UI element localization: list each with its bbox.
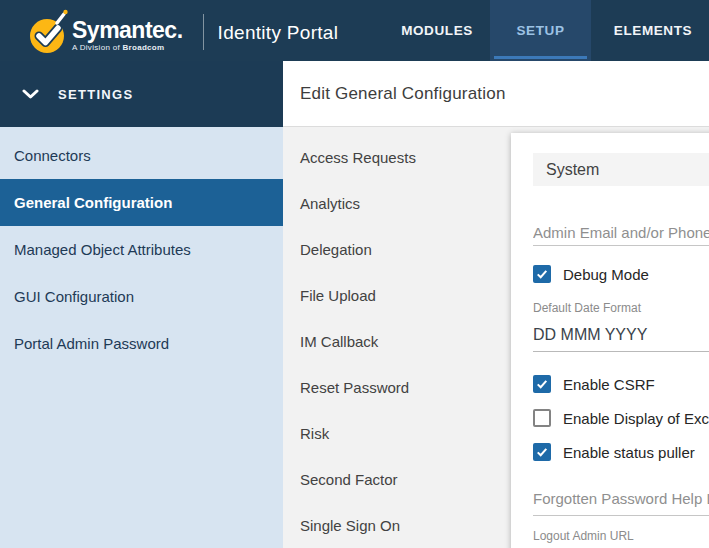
forgotten-password-help-input[interactable] — [533, 482, 709, 516]
date-format-input[interactable] — [533, 319, 709, 352]
sidebar-section-settings[interactable]: SETTINGS — [0, 61, 283, 127]
enable-display-exceptions-checkbox[interactable] — [533, 409, 551, 427]
enable-status-puller-row[interactable]: Enable status puller — [533, 443, 695, 461]
enable-display-exceptions-label: Enable Display of Excep — [563, 410, 709, 427]
sidebar-item-connectors[interactable]: Connectors — [0, 132, 283, 179]
enable-display-exceptions-row[interactable]: Enable Display of Excep — [533, 409, 709, 427]
debug-mode-checkbox[interactable] — [533, 265, 551, 283]
panel-title-row: Edit General Configuration — [283, 61, 709, 127]
enable-csrf-row[interactable]: Enable CSRF — [533, 375, 655, 393]
enable-status-puller-label: Enable status puller — [563, 444, 695, 461]
sidebar-section-label: SETTINGS — [58, 87, 133, 102]
nav-tab-elements[interactable]: ELEMENTS — [608, 0, 698, 61]
enable-csrf-checkbox[interactable] — [533, 375, 551, 393]
brand-name: Symantec. — [72, 18, 183, 42]
sidebar-item-gui-configuration[interactable]: GUI Configuration — [0, 273, 283, 320]
system-settings-card: System Debug Mode Default Date Format En… — [511, 133, 709, 548]
section-header-system: System — [533, 153, 709, 186]
logout-admin-url-label: Logout Admin URL — [533, 529, 634, 543]
brand-tagline: A Division of Broadcom — [72, 43, 183, 52]
nav-tab-modules[interactable]: MODULES — [393, 0, 481, 61]
nav-tab-setup[interactable]: SETUP — [490, 0, 591, 61]
admin-email-input[interactable] — [533, 219, 709, 246]
sidebar-items: Connectors General Configuration Managed… — [0, 127, 283, 367]
date-format-label: Default Date Format — [533, 301, 641, 315]
product-title: Identity Portal — [218, 22, 339, 44]
brand: Symantec. A Division of Broadcom Identit… — [28, 4, 338, 60]
brand-divider — [203, 14, 204, 50]
brand-text: Symantec. A Division of Broadcom — [72, 18, 183, 52]
sidebar-item-portal-admin-password[interactable]: Portal Admin Password — [0, 320, 283, 367]
section-title: System — [546, 161, 599, 179]
enable-csrf-label: Enable CSRF — [563, 376, 655, 393]
check-icon — [535, 267, 549, 281]
debug-mode-label: Debug Mode — [563, 266, 649, 283]
sidebar-item-managed-object-attributes[interactable]: Managed Object Attributes — [0, 226, 283, 273]
page-title: Edit General Configuration — [300, 84, 506, 104]
chevron-down-icon — [22, 89, 39, 99]
check-icon — [535, 377, 549, 391]
check-icon — [535, 445, 549, 459]
symantec-logo-icon — [28, 7, 70, 57]
sidebar-item-general-configuration[interactable]: General Configuration — [0, 179, 283, 226]
sidebar: SETTINGS Connectors General Configuratio… — [0, 61, 283, 548]
tagline-broadcom: Broadcom — [122, 43, 164, 52]
debug-mode-row[interactable]: Debug Mode — [533, 265, 649, 283]
enable-status-puller-checkbox[interactable] — [533, 443, 551, 461]
app-header: Symantec. A Division of Broadcom Identit… — [0, 0, 709, 61]
tagline-prefix: A Division of — [72, 43, 120, 52]
